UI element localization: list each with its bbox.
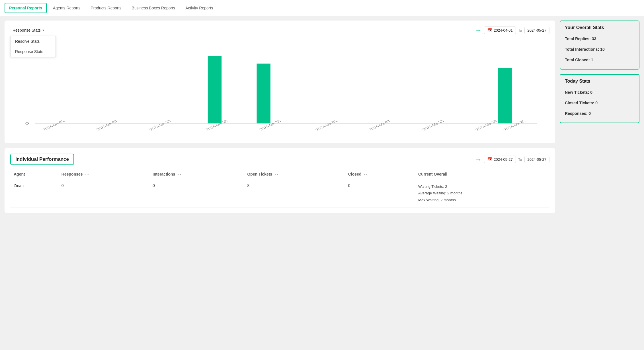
perf-arrow-right-icon: → [475, 155, 482, 163]
chart-dropdown-label: Response Stats [13, 28, 41, 32]
overall-stat-total-replies: Total Replies: 33 [565, 34, 634, 44]
overall-total-closed-label: Total Closed: [565, 58, 591, 62]
sort-arrows-interactions[interactable]: ▲▼ [177, 173, 182, 176]
svg-rect-2 [208, 56, 221, 123]
today-new-tickets-value: 0 [590, 90, 592, 95]
performance-table-body: Zinan 0 0 8 0 Waiting Tickets: 2Average … [10, 179, 549, 207]
current-overall-text: Waiting Tickets: 2Average Waiting: 2 mon… [418, 183, 546, 203]
chart-to-label: To [518, 28, 522, 32]
cell-current-overall: Waiting Tickets: 2Average Waiting: 2 mon… [415, 179, 549, 207]
perf-calendar-icon: 📅 [487, 157, 492, 162]
performance-table-wrap: Agent Responses ▲▼ Interactions ▲▼ Open … [10, 170, 549, 207]
chart-header: Response Stats ▾ Resolve Stats Response … [10, 26, 549, 34]
overall-total-closed-value: 1 [591, 58, 593, 62]
overall-stats-title: Your Overall Stats [565, 25, 634, 30]
col-open-tickets[interactable]: Open Tickets ▲▼ [244, 170, 344, 179]
perf-date-from-input[interactable]: 📅 2024-05-27 [484, 156, 516, 163]
overall-total-interactions-label: Total Interactions: [565, 47, 600, 52]
nav-agents-reports[interactable]: Agents Reports [49, 3, 85, 13]
svg-text:2024-04-07: 2024-04-07 [95, 120, 119, 131]
performance-title: Individual Performance [10, 154, 74, 165]
performance-date-range: → 📅 2024-05-27 To 2024-05-27 [475, 155, 549, 163]
today-responses-value: 0 [588, 111, 591, 116]
performance-header: Individual Performance → 📅 2024-05-27 To… [10, 154, 549, 165]
svg-rect-4 [498, 68, 512, 123]
nav-business-boxes-reports[interactable]: Business Boxes Reports [128, 3, 179, 13]
sort-arrows-responses[interactable]: ▲▼ [85, 173, 89, 176]
cell-interactions: 0 [149, 179, 244, 207]
top-navigation: Personal Reports Agents Reports Products… [0, 0, 644, 16]
performance-table-head: Agent Responses ▲▼ Interactions ▲▼ Open … [10, 170, 549, 179]
table-row: Zinan 0 0 8 0 Waiting Tickets: 2Average … [10, 179, 549, 207]
today-stat-closed-tickets: Closed Tickets: 0 [565, 98, 634, 108]
dropdown-response-stats[interactable]: Response Stats [11, 46, 56, 57]
svg-text:0: 0 [25, 122, 29, 125]
sort-arrows-closed[interactable]: ▲▼ [363, 173, 368, 176]
overall-stat-total-closed: Total Closed: 1 [565, 55, 634, 65]
cell-closed: 0 [345, 179, 415, 207]
chart-dropdown-button[interactable]: Response Stats ▾ [10, 27, 46, 34]
svg-rect-3 [257, 64, 270, 123]
chart-date-to-value: 2024-05-27 [528, 28, 547, 32]
today-closed-tickets-value: 0 [595, 101, 598, 105]
perf-date-from-value: 2024-05-27 [494, 157, 513, 162]
nav-products-reports[interactable]: Products Reports [87, 3, 125, 13]
perf-to-label: To [518, 157, 522, 162]
overall-stats-box: Your Overall Stats Total Replies: 33 Tot… [560, 21, 639, 70]
today-stat-new-tickets: New Tickets: 0 [565, 87, 634, 98]
today-responses-label: Responses: [565, 111, 588, 116]
overall-total-replies-label: Total Replies: [565, 36, 592, 41]
chevron-down-icon: ▾ [42, 28, 44, 32]
chart-date-from-input[interactable]: 📅 2024-04-01 [484, 27, 516, 34]
cell-agent: Zinan [10, 179, 58, 207]
svg-text:2024-04-13: 2024-04-13 [148, 120, 173, 131]
calendar-icon: 📅 [487, 28, 492, 32]
today-stat-responses: Responses: 0 [565, 108, 634, 119]
svg-text:2024-05-19: 2024-05-19 [474, 120, 499, 131]
chart-date-range: → 📅 2024-04-01 To 2024-05-27 [475, 26, 549, 34]
chart-svg: 0 2024-04-01 2024-04-07 2024-04-13 2024-… [10, 46, 549, 138]
dropdown-resolve-stats[interactable]: Resolve Stats [11, 36, 56, 46]
sort-arrows-open-tickets[interactable]: ▲▼ [274, 173, 279, 176]
svg-text:2024-05-07: 2024-05-07 [367, 120, 392, 131]
svg-text:2024-04-01: 2024-04-01 [41, 120, 66, 131]
svg-text:2024-05-13: 2024-05-13 [421, 120, 445, 131]
overall-total-interactions-value: 10 [600, 47, 605, 52]
col-responses[interactable]: Responses ▲▼ [58, 170, 149, 179]
main-layout: Response Stats ▾ Resolve Stats Response … [0, 16, 644, 218]
today-closed-tickets-label: Closed Tickets: [565, 101, 595, 105]
chart-area: 0 2024-04-01 2024-04-07 2024-04-13 2024-… [10, 46, 549, 138]
chart-legend: Response Stats [10, 39, 549, 43]
nav-activity-reports[interactable]: Activity Reports [181, 3, 217, 13]
cell-open-tickets: 8 [244, 179, 344, 207]
overall-stat-total-interactions: Total Interactions: 10 [565, 44, 634, 55]
today-new-tickets-label: New Tickets: [565, 90, 590, 95]
perf-date-to-input[interactable]: 2024-05-27 [524, 156, 550, 163]
col-closed[interactable]: Closed ▲▼ [345, 170, 415, 179]
performance-table-header-row: Agent Responses ▲▼ Interactions ▲▼ Open … [10, 170, 549, 179]
arrow-right-icon: → [475, 26, 482, 34]
col-interactions[interactable]: Interactions ▲▼ [149, 170, 244, 179]
chart-date-to-input[interactable]: 2024-05-27 [524, 27, 550, 34]
chart-date-from-value: 2024-04-01 [494, 28, 513, 32]
performance-card: Individual Performance → 📅 2024-05-27 To… [5, 148, 555, 213]
right-panel: Your Overall Stats Total Replies: 33 Tot… [560, 21, 639, 213]
col-current-overall: Current Overall [415, 170, 549, 179]
today-stats-box: Today Stats New Tickets: 0 Closed Ticket… [560, 74, 639, 123]
col-agent: Agent [10, 170, 58, 179]
left-panel: Response Stats ▾ Resolve Stats Response … [5, 21, 555, 213]
svg-text:2024-05-01: 2024-05-01 [314, 120, 339, 131]
chart-dropdown-menu: Resolve Stats Response Stats [10, 36, 56, 57]
perf-date-to-value: 2024-05-27 [528, 157, 547, 162]
cell-responses: 0 [58, 179, 149, 207]
nav-personal-reports[interactable]: Personal Reports [5, 3, 47, 13]
today-stats-title: Today Stats [565, 79, 634, 84]
performance-table: Agent Responses ▲▼ Interactions ▲▼ Open … [10, 170, 549, 207]
overall-total-replies-value: 33 [592, 36, 596, 41]
chart-card: Response Stats ▾ Resolve Stats Response … [5, 21, 555, 143]
